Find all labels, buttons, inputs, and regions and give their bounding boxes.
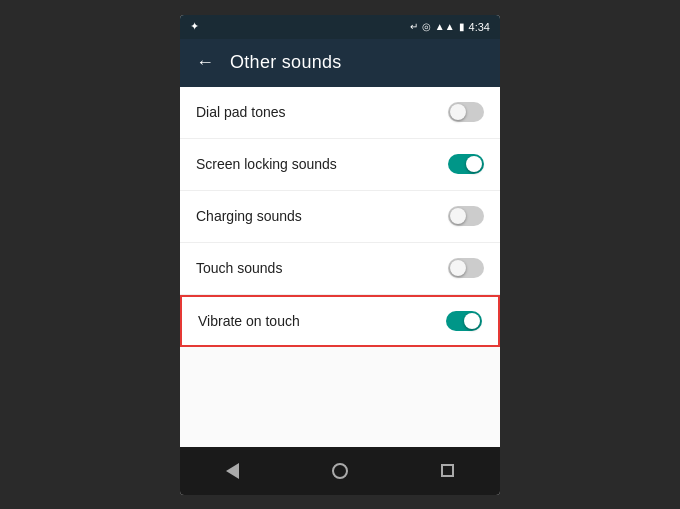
setting-item-screen-locking-sounds[interactable]: Screen locking sounds <box>180 139 500 191</box>
touch-sounds-label: Touch sounds <box>196 260 282 276</box>
page-title: Other sounds <box>230 52 342 73</box>
status-right-area: ↵ ◎ ▲▲ ▮ 4:34 <box>410 21 490 33</box>
screen-locking-sounds-knob <box>466 156 482 172</box>
bluetooth-icon: ↵ <box>410 21 418 32</box>
charging-sounds-toggle[interactable] <box>448 206 484 226</box>
vibrate-on-touch-knob <box>464 313 480 329</box>
dial-pad-tones-toggle[interactable] <box>448 102 484 122</box>
status-bar: ✦ ↵ ◎ ▲▲ ▮ 4:34 <box>180 15 500 39</box>
nav-bar <box>180 447 500 495</box>
status-left-icon: ✦ <box>190 20 199 33</box>
vibrate-on-touch-toggle[interactable] <box>446 311 482 331</box>
touch-sounds-toggle[interactable] <box>448 258 484 278</box>
nav-recents-button[interactable] <box>441 464 454 477</box>
setting-item-charging-sounds[interactable]: Charging sounds <box>180 191 500 243</box>
time-display: 4:34 <box>469 21 490 33</box>
signal-icon: ▲▲ <box>435 21 455 32</box>
dial-pad-tones-knob <box>450 104 466 120</box>
phone-frame: ✦ ↵ ◎ ▲▲ ▮ 4:34 ← Other sounds Dial pad … <box>180 15 500 495</box>
screen-locking-sounds-toggle[interactable] <box>448 154 484 174</box>
setting-item-dial-pad-tones[interactable]: Dial pad tones <box>180 87 500 139</box>
screen-locking-sounds-label: Screen locking sounds <box>196 156 337 172</box>
setting-item-touch-sounds[interactable]: Touch sounds <box>180 243 500 295</box>
nfc-icon: ◎ <box>422 21 431 32</box>
touch-sounds-knob <box>450 260 466 276</box>
back-button[interactable]: ← <box>196 52 214 73</box>
charging-sounds-label: Charging sounds <box>196 208 302 224</box>
nav-back-button[interactable] <box>226 463 239 479</box>
settings-content: Dial pad tones Screen locking sounds Cha… <box>180 87 500 447</box>
vibrate-on-touch-label: Vibrate on touch <box>198 313 300 329</box>
dial-pad-tones-label: Dial pad tones <box>196 104 286 120</box>
charging-sounds-knob <box>450 208 466 224</box>
setting-item-vibrate-on-touch[interactable]: Vibrate on touch <box>180 295 500 347</box>
nav-home-button[interactable] <box>332 463 348 479</box>
toolbar: ← Other sounds <box>180 39 500 87</box>
battery-icon: ▮ <box>459 21 465 32</box>
